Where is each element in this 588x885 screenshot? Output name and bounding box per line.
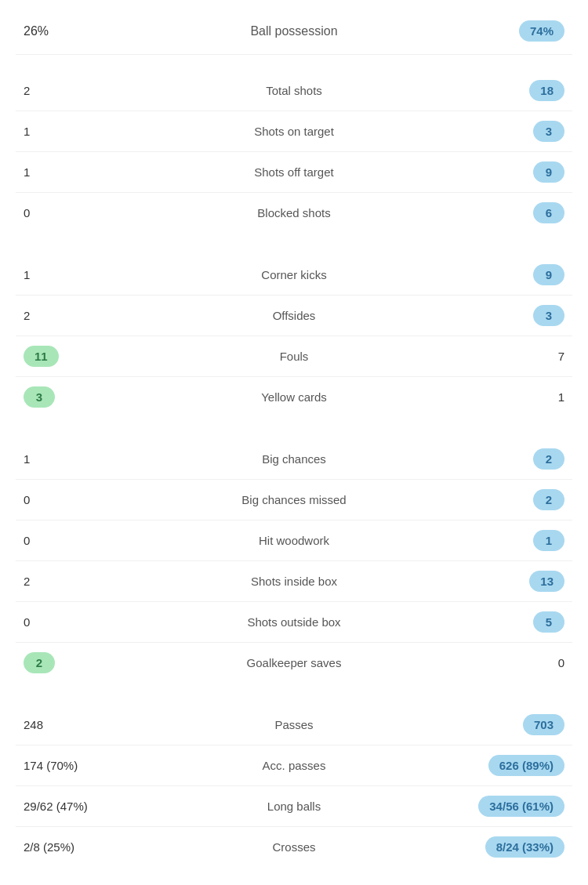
stats-rows: 2Total shots181Shots on target31Shots of… (16, 71, 572, 867)
stat-right-badge: 2 (533, 448, 564, 470)
possession-right-value: 74% (470, 20, 564, 42)
stat-right-value: 626 (89%) (470, 755, 564, 776)
stat-left-value: 1 (24, 125, 118, 138)
stat-right-value: 18 (470, 80, 564, 101)
stat-right-badge: 6 (533, 202, 564, 223)
table-row: 2Goalkeeper saves0 (16, 643, 572, 683)
stat-left-value: 0 (24, 615, 118, 629)
stat-left-value: 29/62 (47%) (24, 800, 118, 813)
stat-right-badge: 626 (89%) (488, 755, 564, 776)
stat-left-value: 2 (24, 309, 118, 322)
stat-left-value: 1 (24, 165, 118, 179)
stat-right-value: 0 (470, 656, 564, 669)
stat-label: Corner kicks (118, 268, 470, 281)
stat-right-value: 34/56 (61%) (470, 796, 564, 817)
stat-right-value: 3 (470, 121, 564, 142)
stat-left-value: 0 (24, 493, 118, 506)
stat-right-value: 703 (470, 714, 564, 735)
section-gap-2 (16, 689, 572, 705)
table-row: 0Hit woodwork1 (16, 520, 572, 561)
stat-right-value: 7 (470, 350, 564, 363)
stat-label: Total shots (118, 84, 470, 97)
stat-right-badge: 13 (529, 571, 564, 592)
stat-label: Hit woodwork (118, 534, 470, 547)
table-row: 1Shots off target9 (16, 152, 572, 193)
stat-left-value: 0 (24, 206, 118, 219)
section-gap-0 (16, 239, 572, 255)
stat-label: Shots outside box (118, 615, 470, 629)
stat-right-badge: 1 (533, 530, 564, 551)
stat-label: Shots inside box (118, 575, 470, 588)
stat-left-value: 1 (24, 268, 118, 281)
section-chances: 1Big chances20Big chances missed20Hit wo… (16, 439, 572, 683)
stat-label: Acc. passes (118, 759, 470, 772)
stat-label: Offsides (118, 309, 470, 322)
stat-left-badge: 11 (24, 346, 59, 367)
table-row: 248Passes703 (16, 705, 572, 745)
stat-right-value: 1 (470, 530, 564, 551)
stat-right-value: 1 (470, 390, 564, 404)
stat-right-badge: 3 (533, 305, 564, 326)
table-row: 174 (70%)Acc. passes626 (89%) (16, 745, 572, 786)
stat-label: Yellow cards (118, 390, 470, 404)
table-row: 29/62 (47%)Long balls34/56 (61%) (16, 786, 572, 827)
stat-right-value: 3 (470, 305, 564, 326)
stat-right-value: 8/24 (33%) (470, 836, 564, 858)
stat-right-badge: 34/56 (61%) (478, 796, 564, 817)
stat-left-value: 2/8 (25%) (24, 840, 118, 854)
table-row: 2/8 (25%)Crosses8/24 (33%) (16, 827, 572, 867)
stat-right-value: 5 (470, 611, 564, 633)
stat-right-value: 9 (470, 264, 564, 285)
stat-left-value: 11 (24, 346, 118, 367)
possession-left-value: 26% (24, 24, 118, 38)
stat-left-value: 1 (24, 452, 118, 466)
stat-right-badge: 9 (533, 161, 564, 183)
stat-right-badge: 2 (533, 489, 564, 510)
stat-label: Blocked shots (118, 206, 470, 219)
stat-right-badge: 3 (533, 121, 564, 142)
stat-label: Big chances missed (118, 493, 470, 506)
table-row: 0Blocked shots6 (16, 193, 572, 233)
stat-right-value: 9 (470, 161, 564, 183)
stat-right-value: 2 (470, 489, 564, 510)
stat-right-value: 6 (470, 202, 564, 223)
stat-left-value: 0 (24, 534, 118, 547)
stat-label: Fouls (118, 350, 470, 363)
stat-right-value: 2 (470, 448, 564, 470)
table-row: 1Corner kicks9 (16, 255, 572, 296)
table-row: 1Shots on target3 (16, 111, 572, 152)
table-row: 2Shots inside box13 (16, 561, 572, 602)
stat-right-badge: 8/24 (33%) (485, 836, 564, 858)
stat-right-badge: 18 (529, 80, 564, 101)
section-gap-1 (16, 423, 572, 439)
table-row: 1Big chances2 (16, 439, 572, 480)
stats-container: 26% Ball possession 74% 2Total shots181S… (0, 0, 588, 881)
table-row: 2Offsides3 (16, 296, 572, 336)
stat-label: Long balls (118, 800, 470, 813)
stat-label: Goalkeeper saves (118, 656, 470, 669)
section-passes: 248Passes703174 (70%)Acc. passes626 (89%… (16, 705, 572, 867)
stat-left-value: 2 (24, 575, 118, 588)
stat-left-badge: 2 (24, 652, 55, 673)
stat-label: Shots off target (118, 165, 470, 179)
section-fouls: 1Corner kicks92Offsides311Fouls73Yellow … (16, 255, 572, 417)
divider-1 (16, 55, 572, 71)
stat-right-badge: 5 (533, 611, 564, 633)
stat-right-badge: 9 (533, 264, 564, 285)
stat-right-badge: 703 (523, 714, 564, 735)
section-shots: 2Total shots181Shots on target31Shots of… (16, 71, 572, 233)
stat-label: Shots on target (118, 125, 470, 138)
stat-label: Big chances (118, 452, 470, 466)
possession-label: Ball possession (118, 24, 470, 38)
stat-left-value: 174 (70%) (24, 759, 118, 772)
stat-right-value: 13 (470, 571, 564, 592)
table-row: 0Shots outside box5 (16, 602, 572, 643)
stat-left-value: 248 (24, 718, 118, 731)
possession-right-badge: 74% (519, 20, 564, 42)
stat-left-value: 3 (24, 386, 118, 408)
stat-left-badge: 3 (24, 386, 55, 408)
stat-label: Passes (118, 718, 470, 731)
table-row: 11Fouls7 (16, 336, 572, 377)
stat-left-value: 2 (24, 84, 118, 97)
possession-row: 26% Ball possession 74% (16, 8, 572, 55)
